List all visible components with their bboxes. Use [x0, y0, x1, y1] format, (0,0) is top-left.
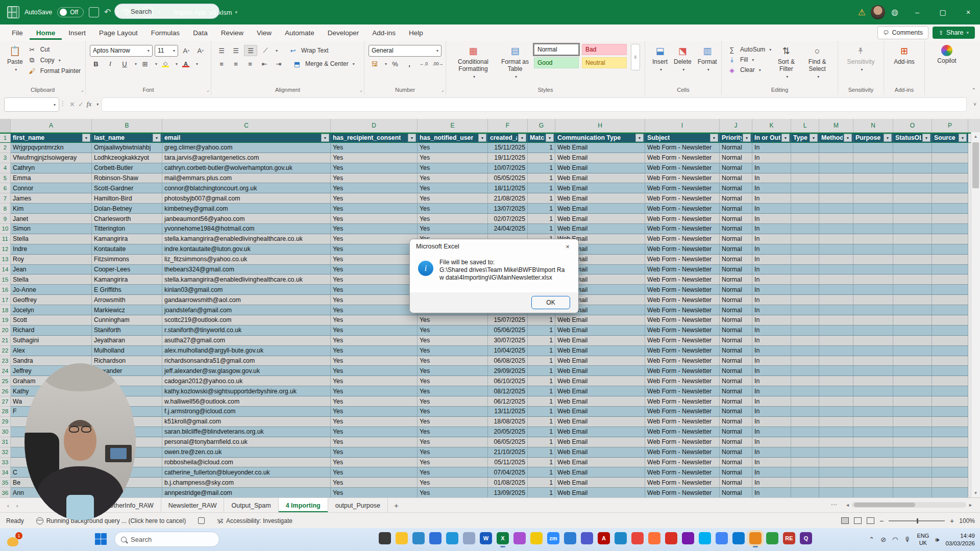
- cell[interactable]: Yes: [331, 396, 418, 407]
- taskbar-app-file-explorer[interactable]: [396, 532, 408, 544]
- cell[interactable]: [791, 153, 819, 163]
- cell[interactable]: [791, 407, 819, 417]
- tab-automate[interactable]: Automate: [278, 26, 321, 40]
- column-letter-M[interactable]: M: [819, 119, 853, 132]
- cell[interactable]: [932, 234, 968, 244]
- cell[interactable]: Web Email: [555, 153, 645, 163]
- cell[interactable]: Richard: [11, 325, 92, 336]
- cell[interactable]: 1: [528, 214, 555, 224]
- prev-sheet-icon[interactable]: ‹: [7, 503, 9, 509]
- cell[interactable]: [791, 346, 819, 356]
- grow-font-button[interactable]: A˄: [180, 45, 192, 56]
- cell[interactable]: Yes: [418, 386, 488, 396]
- header-cell-method[interactable]: Method▼: [819, 134, 853, 142]
- cell[interactable]: [791, 305, 819, 315]
- header-cell-priority[interactable]: Priority▼: [720, 134, 752, 142]
- cell[interactable]: [791, 143, 819, 153]
- cell[interactable]: [893, 346, 932, 356]
- cell[interactable]: Jocelyn: [11, 305, 92, 315]
- cell[interactable]: Web Form - Newsletter: [645, 295, 720, 305]
- cell[interactable]: [932, 386, 968, 396]
- filter-dropdown-icon[interactable]: ▼: [408, 134, 416, 142]
- cell[interactable]: [853, 478, 893, 488]
- cell[interactable]: Janet: [11, 214, 92, 224]
- cell[interactable]: [791, 376, 819, 386]
- cancel-entry-icon[interactable]: ✕: [69, 101, 75, 108]
- cell[interactable]: In: [752, 478, 791, 488]
- row-number-7[interactable]: 7: [0, 193, 11, 204]
- cell[interactable]: 19/11/2025: [488, 153, 528, 163]
- cell[interactable]: [893, 255, 932, 265]
- number-format-select[interactable]: General▾: [369, 45, 442, 57]
- cell[interactable]: 1: [528, 407, 555, 417]
- cell[interactable]: Normal: [720, 366, 752, 376]
- cell[interactable]: Yes: [331, 224, 418, 234]
- cell[interactable]: Connor: [11, 183, 92, 193]
- cell[interactable]: [853, 193, 893, 204]
- cell-style-good[interactable]: Good: [534, 57, 579, 68]
- cell[interactable]: [853, 143, 893, 153]
- cell[interactable]: Web Form - Newsletter: [645, 427, 720, 437]
- increase-indent-button[interactable]: ⇥: [273, 59, 285, 69]
- cell[interactable]: Normal: [720, 417, 752, 427]
- cell[interactable]: Web Email: [555, 376, 645, 386]
- cell[interactable]: [893, 437, 932, 447]
- cell[interactable]: [932, 183, 968, 193]
- cell[interactable]: Yes: [331, 478, 418, 488]
- horizontal-scrollbar[interactable]: ◄ ►: [845, 501, 973, 509]
- copilot-button[interactable]: Copilot: [929, 44, 965, 66]
- taskbar-app-skype[interactable]: [699, 532, 711, 544]
- cell[interactable]: [819, 305, 853, 315]
- cell[interactable]: Normal: [720, 427, 752, 437]
- cell[interactable]: Yes: [331, 285, 418, 295]
- cell[interactable]: 1: [528, 376, 555, 386]
- cell[interactable]: robbosheila@icloud.com: [162, 458, 331, 468]
- taskbar-app-re-app[interactable]: RE: [783, 532, 795, 544]
- header-cell-subject[interactable]: Subject▼: [645, 134, 720, 142]
- column-letter-A[interactable]: A: [11, 119, 92, 132]
- cell[interactable]: [853, 325, 893, 336]
- cell[interactable]: 07/04/2025: [488, 467, 528, 478]
- cell[interactable]: [791, 315, 819, 325]
- cell[interactable]: greg.climer@yahoo.com: [162, 143, 331, 153]
- cell[interactable]: Yes: [331, 305, 418, 315]
- filter-dropdown-icon[interactable]: ▼: [635, 134, 644, 142]
- cell[interactable]: Yes: [418, 407, 488, 417]
- cell[interactable]: 05/05/2025: [488, 173, 528, 184]
- cell[interactable]: Normal: [720, 153, 752, 163]
- bold-button[interactable]: B: [90, 59, 102, 69]
- language-indicator[interactable]: ENGUK: [917, 533, 929, 546]
- expand-formula-bar-icon[interactable]: ˅: [970, 102, 980, 107]
- cell[interactable]: f.j.armstrong@icloud.com: [162, 407, 331, 417]
- header-cell-type[interactable]: Type▼: [791, 134, 819, 142]
- cell[interactable]: [819, 437, 853, 447]
- cell[interactable]: [819, 396, 853, 407]
- row-number-19[interactable]: 19: [0, 315, 11, 325]
- row-number-29[interactable]: 29: [0, 417, 11, 427]
- confirm-entry-icon[interactable]: ✓: [78, 101, 84, 108]
- cell[interactable]: Yes: [331, 437, 418, 447]
- normal-view-button[interactable]: [841, 517, 849, 524]
- cell[interactable]: Yes: [418, 417, 488, 427]
- cell[interactable]: Geoffrey: [11, 295, 92, 305]
- increase-decimal-button[interactable]: ←.0: [418, 59, 430, 69]
- filter-dropdown-icon[interactable]: ▼: [884, 134, 892, 142]
- cell[interactable]: [893, 204, 932, 214]
- header-cell-communication-type[interactable]: Communication Type▼: [555, 134, 645, 142]
- cell[interactable]: 1: [528, 386, 555, 396]
- cell[interactable]: Web Form - Newsletter: [645, 356, 720, 366]
- italic-button[interactable]: I: [104, 59, 116, 69]
- cell[interactable]: Cathryn: [11, 163, 92, 173]
- column-letter-N[interactable]: N: [853, 119, 893, 132]
- cell[interactable]: [819, 274, 853, 285]
- cell[interactable]: Yes: [331, 234, 418, 244]
- cell[interactable]: In: [752, 163, 791, 173]
- row-number-25[interactable]: 25: [0, 376, 11, 386]
- cell[interactable]: Yes: [418, 437, 488, 447]
- cell[interactable]: Yes: [331, 488, 418, 497]
- cell[interactable]: yvonnehome1984@hotmail.com: [162, 224, 331, 234]
- cell[interactable]: 1: [528, 447, 555, 458]
- page-break-view-button[interactable]: [867, 517, 874, 524]
- cell[interactable]: 30/07/2025: [488, 336, 528, 346]
- cell[interactable]: Dolan-Betney: [92, 204, 162, 214]
